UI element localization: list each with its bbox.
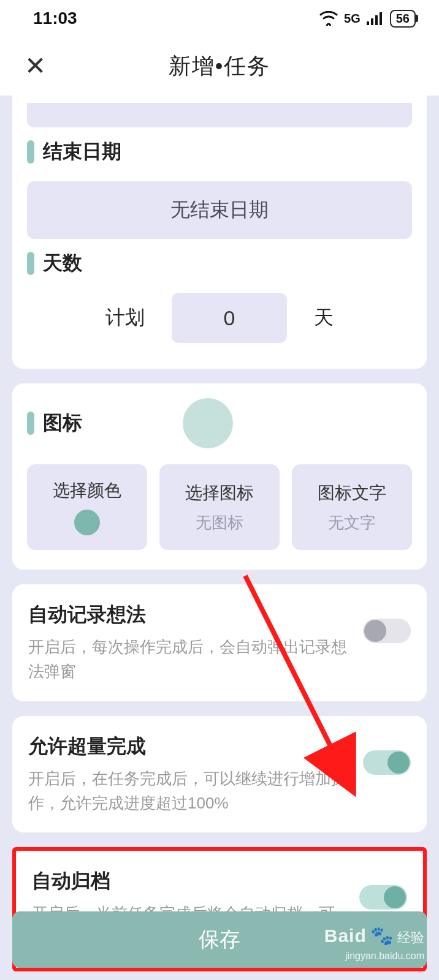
end-date-field[interactable]: 无结束日期 — [27, 181, 412, 239]
auto-archive-toggle[interactable] — [359, 885, 407, 910]
accent-bar — [27, 252, 34, 275]
days-row: 计划 0 天 — [27, 293, 412, 343]
accent-bar — [27, 412, 34, 435]
over-complete-card: 允许超量完成 开启后，在任务完成后，可以继续进行增加操作，允许完成进度超过100… — [12, 716, 427, 833]
end-date-label: 结束日期 — [43, 138, 121, 165]
network-label: 5G — [344, 12, 361, 26]
page-title: 新增•任务 — [169, 51, 271, 81]
days-input[interactable]: 0 — [172, 293, 287, 343]
choose-glyph-title: 选择图标 — [185, 481, 254, 505]
auto-note-card: 自动记录想法 开启后，每次操作完成后，会自动弹出记录想法弹窗 — [12, 584, 427, 701]
auto-note-text: 自动记录想法 开启后，每次操作完成后，会自动弹出记录想法弹窗 — [28, 601, 352, 684]
signal-icon — [367, 12, 384, 25]
status-right: 5G 56 — [319, 10, 416, 28]
icon-text-sub: 无文字 — [328, 512, 376, 533]
auto-note-toggle[interactable] — [363, 619, 411, 643]
over-complete-desc: 开启后，在任务完成后，可以继续进行增加操作，允许完成进度超过100% — [28, 766, 352, 816]
choose-glyph-option[interactable]: 选择图标 无图标 — [159, 464, 280, 550]
close-icon: ✕ — [25, 51, 46, 80]
icon-header: 图标 — [27, 398, 412, 448]
accent-bar — [27, 140, 34, 164]
svg-rect-1 — [371, 18, 373, 25]
close-button[interactable]: ✕ — [25, 53, 46, 79]
prev-field-tail — [27, 103, 412, 127]
schedule-card: 结束日期 无结束日期 天数 计划 0 天 — [12, 96, 427, 369]
battery-indicator: 56 — [390, 10, 416, 28]
icon-card: 图标 选择颜色 选择图标 无图标 图标文字 无文字 — [12, 383, 427, 570]
days-prefix: 计划 — [105, 304, 145, 331]
over-complete-title: 允许超量完成 — [28, 733, 352, 760]
end-date-header: 结束日期 — [27, 138, 412, 165]
icon-preview-circle — [183, 398, 233, 448]
svg-rect-3 — [380, 12, 382, 25]
icon-text-title: 图标文字 — [318, 481, 386, 505]
over-complete-text: 允许超量完成 开启后，在任务完成后，可以继续进行增加操作，允许完成进度超过100… — [28, 733, 352, 816]
save-label: 保存 — [199, 925, 240, 954]
end-date-value: 无结束日期 — [170, 197, 269, 224]
choose-color-title: 选择颜色 — [53, 479, 121, 502]
wifi-icon — [319, 11, 338, 26]
status-time: 11:03 — [33, 9, 77, 28]
icon-label: 图标 — [43, 410, 82, 437]
choose-color-option[interactable]: 选择颜色 — [27, 464, 147, 550]
save-button[interactable]: 保存 — [12, 911, 427, 968]
auto-note-desc: 开启后，每次操作完成后，会自动弹出记录想法弹窗 — [28, 635, 352, 684]
days-label: 天数 — [43, 250, 82, 277]
svg-rect-0 — [367, 21, 369, 25]
over-complete-toggle[interactable] — [363, 750, 411, 775]
days-suffix: 天 — [314, 304, 334, 331]
choose-glyph-sub: 无图标 — [196, 512, 243, 533]
icon-options-row: 选择颜色 选择图标 无图标 图标文字 无文字 — [27, 464, 412, 550]
days-value: 0 — [224, 306, 235, 330]
days-header: 天数 — [27, 250, 412, 277]
auto-archive-title: 自动归档 — [32, 868, 348, 895]
svg-rect-2 — [375, 15, 378, 25]
auto-note-title: 自动记录想法 — [28, 601, 352, 628]
status-bar: 11:03 5G 56 — [0, 0, 439, 37]
icon-text-option[interactable]: 图标文字 无文字 — [292, 464, 412, 550]
page-header: ✕ 新增•任务 — [0, 37, 439, 96]
color-swatch — [74, 510, 100, 535]
